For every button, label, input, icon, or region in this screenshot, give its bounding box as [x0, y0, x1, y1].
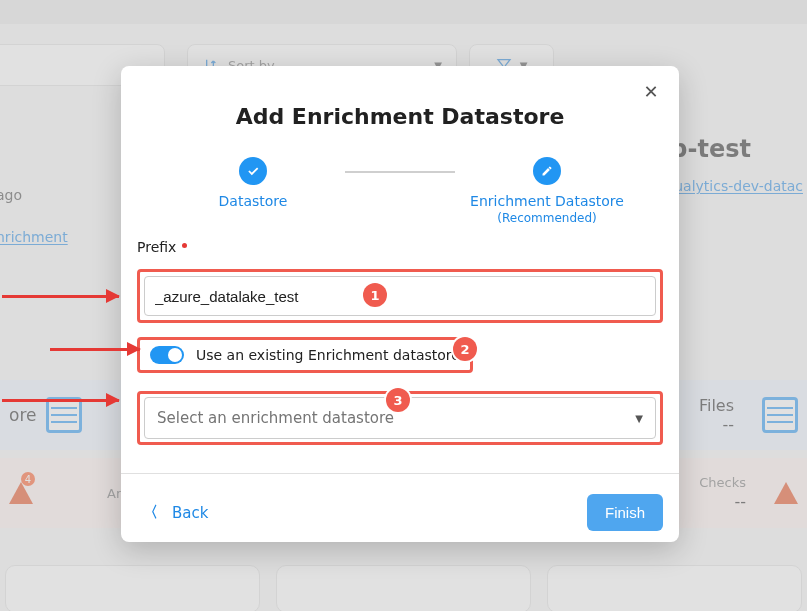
step-sublabel: (Recommended) — [497, 211, 596, 225]
existing-enrichment-toggle[interactable] — [150, 346, 184, 364]
chevron-left-icon: 〈 — [143, 503, 158, 522]
back-button[interactable]: 〈 Back — [137, 499, 214, 526]
required-indicator — [182, 243, 187, 248]
modal-title: Add Enrichment Datastore — [121, 104, 679, 129]
back-label: Back — [172, 504, 208, 522]
callout-arrow-3 — [2, 399, 119, 402]
select-placeholder: Select an enrichment datastore — [157, 409, 394, 427]
step-label: Enrichment Datastore — [470, 193, 624, 209]
close-icon[interactable]: ✕ — [639, 80, 663, 104]
modal-footer: 〈 Back Finish — [121, 473, 679, 549]
edit-icon — [533, 157, 561, 185]
callout-badge-3: 3 — [386, 388, 410, 412]
check-icon — [239, 157, 267, 185]
prefix-input[interactable] — [144, 276, 656, 316]
callout-badge-2: 2 — [453, 337, 477, 361]
toggle-label: Use an existing Enrichment datastore — [196, 347, 460, 363]
wizard-stepper: Datastore Enrichment Datastore (Recommen… — [121, 157, 679, 225]
callout-badge-1: 1 — [363, 283, 387, 307]
stepper-line — [345, 171, 455, 173]
add-enrichment-modal: ✕ Add Enrichment Datastore Datastore Enr… — [121, 66, 679, 542]
callout-arrow-1 — [2, 295, 119, 298]
prefix-input-wrapper — [137, 269, 663, 323]
prefix-label: Prefix — [137, 239, 663, 255]
step-datastore[interactable]: Datastore — [161, 157, 345, 209]
callout-arrow-2 — [50, 348, 140, 351]
finish-button[interactable]: Finish — [587, 494, 663, 531]
step-enrichment-datastore[interactable]: Enrichment Datastore (Recommended) — [455, 157, 639, 225]
step-label: Datastore — [219, 193, 288, 209]
caret-down-icon: ▼ — [635, 413, 643, 424]
prefix-label-text: Prefix — [137, 239, 176, 255]
toggle-wrapper: Use an existing Enrichment datastore — [137, 337, 473, 373]
modal-body: Prefix Use an existing Enrichment datast… — [121, 225, 679, 445]
